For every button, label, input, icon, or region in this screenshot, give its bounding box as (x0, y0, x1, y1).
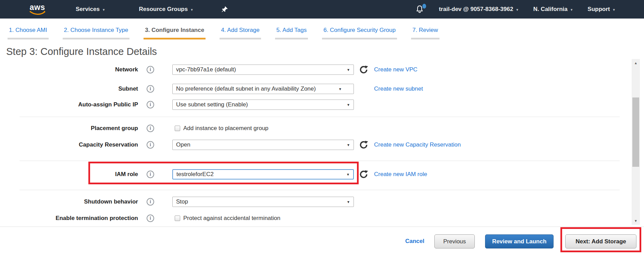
shutdown-behavior-select-value: Stop (176, 198, 345, 205)
aws-logo[interactable]: aws (29, 4, 46, 15)
info-icon[interactable]: i (147, 85, 154, 93)
previous-button[interactable]: Previous (434, 234, 475, 248)
shutdown-behavior-label: Shutdown behavior (0, 198, 138, 205)
create-new-vpc-link[interactable]: Create new VPC (374, 66, 418, 73)
subnet-select-value: No preference (default subnet in any Ava… (176, 85, 336, 92)
termination-protection-label: Enable termination protection (0, 215, 138, 222)
notification-dot (422, 4, 426, 9)
iam-role-select-value: testroleforEC2 (176, 171, 344, 178)
tab-review[interactable]: 7. Review (411, 27, 439, 39)
select-caret-icon: ▼ (347, 103, 350, 107)
tab-choose-instance-type[interactable]: 2. Choose Instance Type (63, 27, 130, 39)
form-row-network: Network i vpc-7bb97a1e (default) ▼ Creat… (0, 65, 631, 75)
iam-role-select[interactable]: testroleforEC2 ▼ (172, 169, 354, 179)
support-label: Support (587, 6, 610, 13)
info-icon[interactable]: i (147, 198, 154, 206)
vertical-scrollbar[interactable]: ▲ ▼ (632, 59, 640, 225)
section-divider (20, 161, 620, 161)
resource-groups-label: Resource Groups (139, 6, 188, 13)
refresh-icon[interactable] (359, 65, 368, 74)
placement-group-label: Placement group (0, 125, 138, 132)
top-navbar: aws Services ▾ Resource Groups ▾ trail-d… (0, 0, 644, 19)
select-caret-icon: ▼ (346, 173, 350, 176)
review-and-launch-button[interactable]: Review and Launch (485, 234, 554, 248)
tab-add-tags[interactable]: 5. Add Tags (275, 27, 308, 39)
chevron-down-icon: ▾ (613, 8, 615, 12)
form-row-capacity-reservation: Capacity Reservation i Open ▼ Create new… (0, 140, 631, 150)
info-icon[interactable]: i (147, 66, 154, 73)
subnet-select[interactable]: No preference (default subnet in any Ava… (172, 84, 354, 94)
section-divider (20, 117, 620, 117)
shutdown-behavior-select[interactable]: Stop ▼ (172, 197, 354, 207)
iam-role-label: IAM role (0, 171, 138, 178)
auto-assign-public-ip-label: Auto-assign Public IP (0, 101, 138, 108)
capacity-reservation-select-value: Open (176, 141, 345, 148)
chevron-down-icon: ▾ (516, 8, 518, 12)
scroll-down-icon[interactable]: ▼ (632, 219, 640, 223)
chevron-down-icon: ▾ (191, 8, 193, 12)
resource-groups-menu[interactable]: Resource Groups ▾ (139, 6, 193, 13)
navbar-right-group: trail-dev @ 9057-8368-3962 ▾ N. Californ… (416, 5, 615, 14)
section-divider (20, 190, 620, 190)
form-row-termination-protection: Enable termination protection i Protect … (0, 213, 631, 223)
refresh-icon[interactable] (359, 140, 368, 150)
page-title: Step 3: Configure Instance Details (6, 46, 157, 57)
account-label: trail-dev @ 9057-8368-3962 (439, 6, 513, 13)
scroll-up-icon[interactable]: ▲ (632, 61, 640, 65)
chevron-down-icon: ▾ (103, 8, 105, 12)
select-caret-icon: ▼ (347, 68, 350, 72)
capacity-reservation-select[interactable]: Open ▼ (172, 140, 354, 150)
select-caret-icon: ▼ (338, 87, 342, 91)
support-menu[interactable]: Support ▾ (587, 6, 615, 13)
next-add-storage-button[interactable]: Next: Add Storage (565, 234, 636, 248)
services-menu[interactable]: Services ▾ (76, 6, 104, 13)
tab-add-storage[interactable]: 4. Add Storage (220, 27, 261, 39)
refresh-icon[interactable] (359, 170, 368, 179)
info-icon[interactable]: i (147, 215, 154, 222)
region-menu[interactable]: N. California ▾ (533, 6, 573, 13)
form-row-subnet: Subnet i No preference (default subnet i… (0, 84, 631, 94)
wizard-tabs: 1. Choose AMI 2. Choose Instance Type 3.… (8, 27, 439, 39)
network-label: Network (0, 66, 138, 73)
tab-choose-ami[interactable]: 1. Choose AMI (8, 27, 49, 39)
tab-configure-security-group[interactable]: 6. Configure Security Group (322, 27, 397, 39)
chevron-down-icon: ▾ (571, 8, 573, 12)
create-new-iam-role-link[interactable]: Create new IAM role (374, 171, 427, 178)
notifications-button[interactable] (416, 5, 424, 14)
create-new-capacity-reservation-link[interactable]: Create new Capacity Reservation (374, 141, 461, 148)
subnet-label: Subnet (0, 85, 138, 92)
form-row-iam-role: IAM role i testroleforEC2 ▼ Create new I… (0, 169, 631, 179)
create-new-subnet-link[interactable]: Create new subnet (374, 85, 423, 92)
form-row-placement-group: Placement group i Add instance to placem… (0, 123, 631, 134)
termination-protection-checkbox-label: Protect against accidental termination (183, 215, 281, 222)
select-caret-icon: ▼ (347, 200, 350, 204)
form-row-shutdown-behavior: Shutdown behavior i Stop ▼ (0, 197, 631, 207)
auto-assign-public-ip-select[interactable]: Use subnet setting (Enable) ▼ (172, 100, 354, 110)
capacity-reservation-label: Capacity Reservation (0, 141, 138, 148)
auto-assign-public-ip-select-value: Use subnet setting (Enable) (176, 101, 345, 108)
select-caret-icon: ▼ (347, 143, 350, 147)
info-icon[interactable]: i (147, 171, 154, 178)
cancel-button[interactable]: Cancel (405, 238, 424, 245)
services-label: Services (76, 6, 100, 13)
network-select-value: vpc-7bb97a1e (default) (176, 66, 345, 73)
termination-protection-checkbox[interactable] (175, 216, 180, 221)
aws-smile-icon (29, 11, 46, 15)
info-icon[interactable]: i (147, 101, 154, 108)
network-select[interactable]: vpc-7bb97a1e (default) ▼ (172, 65, 354, 75)
placement-group-checkbox[interactable] (175, 126, 180, 131)
account-menu[interactable]: trail-dev @ 9057-8368-3962 ▾ (439, 6, 518, 13)
aws-logo-text: aws (30, 4, 45, 11)
scrollbar-thumb[interactable] (632, 97, 639, 167)
region-label: N. California (533, 6, 568, 13)
info-icon[interactable]: i (147, 125, 154, 132)
info-icon[interactable]: i (147, 141, 154, 149)
placement-group-checkbox-label: Add instance to placement group (183, 125, 269, 132)
form-row-auto-assign-public-ip: Auto-assign Public IP i Use subnet setti… (0, 100, 631, 110)
tab-configure-instance[interactable]: 3. Configure Instance (144, 27, 206, 39)
pin-icon[interactable] (221, 5, 228, 13)
